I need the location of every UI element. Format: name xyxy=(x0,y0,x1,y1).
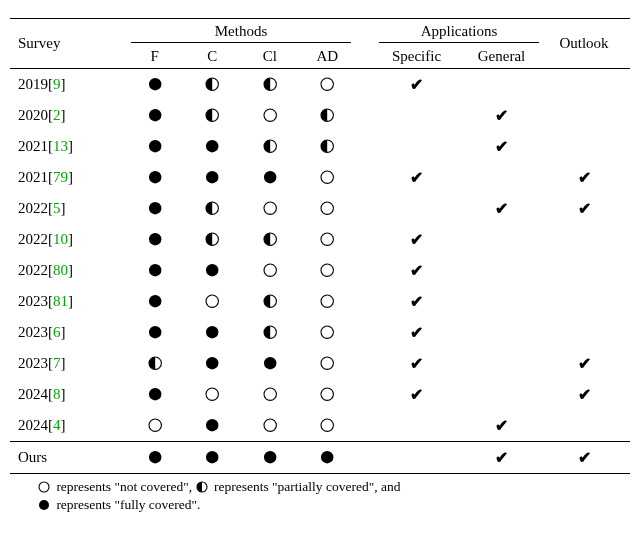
table-row: 2020 [2]✔ xyxy=(10,100,630,131)
header-col-cl: Cl xyxy=(241,45,299,68)
check-icon: ✔ xyxy=(410,324,423,341)
survey-cell: 2023 [7] xyxy=(10,355,126,372)
app-specific-cell xyxy=(374,413,459,438)
coverage-half-icon xyxy=(184,198,242,218)
survey-cell: 2024 [4] xyxy=(10,417,126,434)
svg-point-50 xyxy=(264,451,276,463)
survey-cell: 2019 [9] xyxy=(10,76,126,93)
methods-cells xyxy=(126,322,356,342)
table-row: 2022 [10]✔ xyxy=(10,224,630,255)
svg-point-51 xyxy=(321,451,333,463)
check-icon: ✔ xyxy=(410,76,423,93)
apps-cells: ✔ xyxy=(374,289,544,314)
svg-point-37 xyxy=(206,357,218,369)
check-icon: ✔ xyxy=(410,293,423,310)
app-specific-cell xyxy=(374,134,459,159)
svg-point-0 xyxy=(149,78,161,90)
app-general-cell xyxy=(459,351,544,376)
reference-link[interactable]: 5 xyxy=(53,200,61,217)
outlook-cell: ✔ xyxy=(544,168,624,187)
check-icon: ✔ xyxy=(410,355,423,372)
header-col-f: F xyxy=(126,45,184,68)
svg-point-24 xyxy=(149,264,161,276)
check-icon: ✔ xyxy=(578,168,591,187)
apps-cells: ✔ xyxy=(374,227,544,252)
header-survey: Survey xyxy=(10,19,126,68)
svg-point-41 xyxy=(206,388,218,400)
header-methods-label: Methods xyxy=(126,19,356,42)
reference-link[interactable]: 9 xyxy=(53,76,61,93)
methods-cells xyxy=(126,415,356,435)
methods-cells xyxy=(126,260,356,280)
apps-cells: ✔ xyxy=(374,413,544,438)
coverage-full-icon xyxy=(184,167,242,187)
svg-point-49 xyxy=(206,451,218,463)
coverage-half-icon xyxy=(241,322,299,342)
app-specific-cell: ✔ xyxy=(374,227,459,252)
check-icon: ✔ xyxy=(578,448,591,467)
svg-point-42 xyxy=(264,388,276,400)
svg-point-38 xyxy=(264,357,276,369)
methods-cells xyxy=(126,105,356,125)
svg-point-31 xyxy=(321,295,333,307)
survey-cell: Ours xyxy=(10,449,126,466)
app-general-cell: ✔ xyxy=(459,196,544,221)
coverage-full-icon xyxy=(184,136,242,156)
check-icon: ✔ xyxy=(410,231,423,248)
coverage-empty-icon xyxy=(184,384,242,404)
app-specific-cell xyxy=(374,196,459,221)
coverage-half-icon xyxy=(241,229,299,249)
survey-cell: 2020 [2] xyxy=(10,107,126,124)
year-text: 2021 xyxy=(18,169,48,186)
survey-cell: 2023 [81] xyxy=(10,293,126,310)
coverage-empty-icon xyxy=(299,260,357,280)
svg-point-25 xyxy=(206,264,218,276)
reference-link[interactable]: 10 xyxy=(53,231,68,248)
svg-point-52 xyxy=(39,482,49,492)
reference-link[interactable]: 80 xyxy=(53,262,68,279)
year-text: 2022 xyxy=(18,200,48,217)
check-icon: ✔ xyxy=(410,262,423,279)
check-icon: ✔ xyxy=(410,386,423,403)
app-general-cell: ✔ xyxy=(459,103,544,128)
header-outlook: Outlook xyxy=(544,19,624,68)
reference-link[interactable]: 8 xyxy=(53,386,61,403)
header-apps-group: Applications Specific General xyxy=(374,19,544,68)
outlook-cell: ✔ xyxy=(544,448,624,467)
table-header: Survey Methods F C Cl AD Applications Sp… xyxy=(10,19,630,68)
methods-cells xyxy=(126,198,356,218)
svg-point-39 xyxy=(321,357,333,369)
app-general-cell xyxy=(459,258,544,283)
app-general-cell xyxy=(459,227,544,252)
reference-link[interactable]: 4 xyxy=(53,417,61,434)
table-row: 2023 [7]✔✔ xyxy=(10,348,630,379)
reference-link[interactable]: 13 xyxy=(53,138,68,155)
coverage-full-icon xyxy=(184,322,242,342)
apps-cells: ✔ xyxy=(374,134,544,159)
coverage-empty-icon xyxy=(126,415,184,435)
svg-point-23 xyxy=(321,233,333,245)
header-outlook-label: Outlook xyxy=(559,35,608,52)
svg-point-14 xyxy=(264,171,276,183)
coverage-empty-icon xyxy=(299,415,357,435)
svg-point-16 xyxy=(149,202,161,214)
app-specific-cell xyxy=(374,103,459,128)
coverage-full-icon xyxy=(126,447,184,467)
svg-point-43 xyxy=(321,388,333,400)
reference-link[interactable]: 81 xyxy=(53,293,68,310)
reference-link[interactable]: 6 xyxy=(53,324,61,341)
app-general-cell xyxy=(459,320,544,345)
coverage-half-icon xyxy=(184,229,242,249)
reference-link[interactable]: 2 xyxy=(53,107,61,124)
coverage-half-icon xyxy=(241,74,299,94)
reference-link[interactable]: 79 xyxy=(53,169,68,186)
header-methods-group: Methods F C Cl AD xyxy=(126,19,356,68)
coverage-full-icon xyxy=(184,353,242,373)
svg-point-18 xyxy=(264,202,276,214)
methods-cells xyxy=(126,447,356,467)
check-icon: ✔ xyxy=(495,138,508,155)
methods-cells xyxy=(126,229,356,249)
svg-point-20 xyxy=(149,233,161,245)
reference-link[interactable]: 7 xyxy=(53,355,61,372)
svg-point-9 xyxy=(206,140,218,152)
